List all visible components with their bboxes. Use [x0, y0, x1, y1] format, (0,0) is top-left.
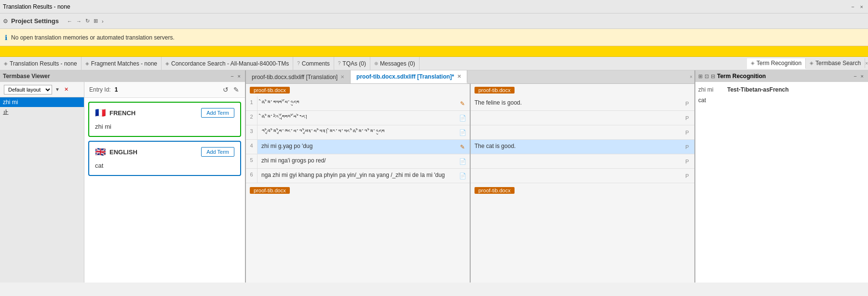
- target-header-row: proof-tib.docx: [471, 84, 694, 96]
- doc-tab-2-close[interactable]: ✕: [457, 74, 461, 79]
- list-item-zhi[interactable]: 止: [0, 107, 84, 118]
- nav-back[interactable]: ←: [66, 17, 74, 25]
- nav-refresh[interactable]: ↻: [84, 17, 91, 25]
- doc-tab-1-label: proof-tib.docx.sdlxliff [Translation]: [252, 74, 338, 81]
- trans-source: proof-tib.docx 1 ཞི་མི་གཡག་པོ་འདུག ✎ 2 ཞ…: [246, 84, 471, 283]
- nav-arrows: ← → ↻ ⊞ ›: [66, 17, 105, 25]
- table-row: The cat is good. P: [471, 140, 694, 154]
- tab-tqas[interactable]: ? TQAs (0): [334, 57, 370, 70]
- source-footer: proof-tib.docx: [246, 183, 470, 198]
- target-action-3: P: [680, 125, 694, 139]
- target-footer-badge: proof-tib.docx: [475, 187, 515, 194]
- layout-close-btn[interactable]: ✕: [63, 86, 70, 93]
- close-button[interactable]: ×: [858, 3, 865, 10]
- target-text-5[interactable]: [471, 154, 680, 168]
- row-action-1[interactable]: ✎: [455, 96, 470, 110]
- tabs-row: ◈ Translation Results - none ◈ Fragment …: [0, 57, 868, 70]
- add-term-english-btn[interactable]: Add Term: [201, 147, 234, 157]
- table-row: 1 ཞི་མི་གཡག་པོ་འདུག ✎: [246, 96, 470, 111]
- target-text-2[interactable]: [471, 111, 680, 125]
- row-action-3[interactable]: 📄: [455, 125, 470, 139]
- doc-tab-1-close[interactable]: ✕: [340, 74, 344, 80]
- row-source-2[interactable]: ཞི་མི་ངའི་གྲོགས་པོ་རེད།: [258, 111, 455, 125]
- nav-grid[interactable]: ⊞: [92, 17, 99, 25]
- p-badge-3: P: [683, 129, 691, 136]
- row-source-3[interactable]: ཀ་བྱི་མི་གྱི་ཁང་པ་ལ་ཕྱིན་པ་ཡིན། མིར་ཡ་ཡང…: [258, 125, 455, 139]
- nav-forward[interactable]: →: [75, 17, 83, 25]
- doc-tabs-close[interactable]: ×: [690, 74, 692, 80]
- tab-concordance[interactable]: ◈ Concordance Search - All-Manual-84000-…: [162, 57, 293, 70]
- info-icon: ℹ: [5, 34, 7, 41]
- table-row: P: [471, 111, 694, 125]
- row-action-4[interactable]: ✎: [455, 140, 470, 154]
- tr-target-1: Test-Tibetan-asFrench: [727, 86, 789, 93]
- target-text-4[interactable]: The cat is good.: [471, 140, 680, 154]
- row-action-5[interactable]: 📄: [455, 154, 470, 168]
- doc-tab-1[interactable]: proof-tib.docx.sdlxliff [Translation] ✕: [246, 70, 351, 83]
- table-row: 5 zhi mi nga'i grogs po red/ 📄: [246, 154, 470, 169]
- trans-target: proof-tib.docx The feline is good. P P: [471, 84, 694, 283]
- row-source-5[interactable]: zhi mi nga'i grogs po red/: [258, 154, 455, 168]
- source-footer-badge: proof-tib.docx: [250, 187, 290, 194]
- tr-close-btn[interactable]: ×: [859, 73, 865, 80]
- table-row: P: [471, 125, 694, 140]
- english-flag: 🇬🇧: [95, 147, 106, 157]
- tr-icon1: ⊞: [698, 73, 703, 80]
- panel-title: Termbase Viewer: [3, 73, 50, 80]
- target-text-6[interactable]: [471, 169, 680, 183]
- tab-label-cmt: Comments: [302, 60, 330, 67]
- add-term-french-btn[interactable]: Add Term: [201, 108, 234, 118]
- target-action-6: P: [680, 169, 694, 183]
- tab-term-recognition[interactable]: ◈ Term Recognition: [747, 58, 806, 69]
- source-badge: proof-tib.docx: [250, 87, 290, 94]
- tr-term-1: cat: [698, 96, 706, 105]
- tab-translation-results[interactable]: ◈ Translation Results - none: [0, 57, 81, 70]
- panel-close-btn[interactable]: ×: [236, 73, 242, 80]
- tab-comments[interactable]: ? Comments: [293, 57, 334, 70]
- tab-icon-cs: ◈: [165, 61, 169, 66]
- tr-title: Term Recognition: [717, 73, 766, 80]
- tab-messages[interactable]: ⊕ Messages (0): [370, 57, 420, 70]
- row-source-4[interactable]: zhi mi g.yag po 'dug: [258, 140, 455, 154]
- layout-bar: Default layout ▼ ✕: [0, 82, 84, 97]
- row-action-6[interactable]: 📄: [455, 169, 470, 183]
- row-num-1: 1: [246, 96, 258, 110]
- tab-fragment-matches[interactable]: ◈ Fragment Matches - none: [81, 57, 162, 70]
- row-num-3: 3: [246, 125, 258, 139]
- row-source-1[interactable]: ཞི་མི་གཡག་པོ་འདུག: [258, 96, 455, 110]
- target-text-1[interactable]: The feline is good.: [471, 96, 680, 110]
- english-card: 🇬🇧 ENGLISH Add Term cat: [88, 141, 241, 176]
- project-title: Project Settings: [11, 17, 59, 25]
- project-bar: ⚙ Project Settings ← → ↻ ⊞ ›: [0, 13, 868, 29]
- doc-icon-6: 📄: [459, 173, 466, 179]
- tr-minimize-btn[interactable]: −: [852, 73, 858, 80]
- center-panel: proof-tib.docx.sdlxliff [Translation] ✕ …: [246, 70, 694, 283]
- entry-edit-btn[interactable]: ✎: [232, 85, 240, 94]
- target-text-3[interactable]: [471, 125, 680, 139]
- tab-label-tqa: TQAs (0): [342, 60, 366, 67]
- row-action-2[interactable]: 📄: [455, 111, 470, 125]
- nav-more[interactable]: ›: [100, 17, 105, 25]
- tab-label-tr: Translation Results - none: [10, 60, 77, 67]
- french-flag: 🇫🇷: [95, 108, 106, 118]
- entry-bar: Entry Id: 1 ↺ ✎: [84, 82, 245, 98]
- tabs-close-btn[interactable]: ×: [865, 58, 868, 69]
- panel-header: Termbase Viewer − ×: [0, 70, 245, 82]
- table-row: P: [471, 154, 694, 169]
- dropdown-arrow: ▼: [55, 87, 60, 92]
- lang-cards: 🇫🇷 FRENCH Add Term zhi mi 🇬🇧 ENGLISH Add…: [84, 98, 245, 283]
- info-bar: ℹ No open translation memories or automa…: [0, 29, 868, 46]
- layout-select[interactable]: Default layout: [4, 85, 52, 94]
- tab-label-cs: Concordance Search - All-Manual-84000-TM…: [171, 60, 289, 67]
- minimize-button[interactable]: −: [849, 3, 856, 10]
- list-item-label-2: 止: [3, 109, 9, 116]
- settings-icon: ⚙: [3, 18, 8, 25]
- tab-termbase-search[interactable]: ◈ Termbase Search: [806, 58, 865, 68]
- entry-reset-btn[interactable]: ↺: [222, 85, 230, 94]
- row-source-6[interactable]: nga zhi mi gyi khang pa phyin pa yin/_yi…: [258, 169, 455, 183]
- doc-tab-2[interactable]: proof-tib.docx.sdlxliff [Translation]* ✕: [351, 70, 467, 83]
- panel-pin-btn[interactable]: −: [229, 73, 235, 80]
- list-item-zhimi[interactable]: zhi mi: [0, 97, 84, 107]
- pencil-icon-1: ✎: [460, 100, 465, 107]
- row-num-4: 4: [246, 140, 258, 154]
